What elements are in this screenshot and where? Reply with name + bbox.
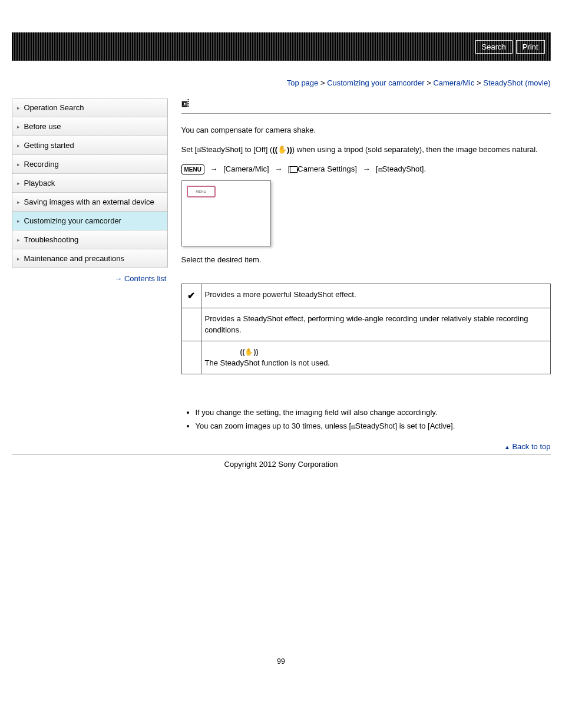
page-title: ⧈⁞ — [181, 98, 551, 114]
breadcrumb-top[interactable]: Top page — [287, 78, 319, 87]
steadyshot-off-icon-2: ((✋)) — [240, 347, 259, 357]
breadcrumb-customizing[interactable]: Customizing your camcorder — [327, 78, 424, 87]
sidebar-item-maintenance[interactable]: Maintenance and precautions — [12, 249, 167, 268]
breadcrumb: Top page > Customizing your camcorder > … — [12, 78, 551, 87]
header-bar: Search Print — [12, 32, 551, 61]
notes-list: If you change the setting, the imaging f… — [187, 407, 551, 432]
camera-icon — [290, 166, 297, 173]
options-table: ✔ Provides a more powerful SteadyShot ef… — [181, 284, 551, 374]
sidebar-item-customizing[interactable]: Customizing your camcorder — [12, 212, 167, 230]
print-button[interactable]: Print — [516, 40, 545, 54]
breadcrumb-current: SteadyShot (movie) — [483, 78, 550, 87]
menu-path: MENU → [Camera/Mic] → [Camera Settings] … — [181, 163, 551, 175]
table-row: ((✋)) The SteadyShot function is not use… — [181, 341, 550, 374]
note-1: If you change the setting, the imaging f… — [196, 407, 551, 419]
sidebar-item-getting-started[interactable]: Getting started — [12, 136, 167, 155]
main-content: ⧈⁞ You can compensate for camera shake. … — [181, 98, 551, 452]
option-off-desc: ((✋)) The SteadyShot function is not use… — [201, 341, 550, 374]
lcd-screenshot: MENU — [181, 180, 271, 246]
note-2: You can zoom images up to 30 times, unle… — [196, 420, 551, 432]
intro-text-1: You can compensate for camera shake. — [181, 124, 551, 136]
option-standard-desc: Provides a SteadyShot effect, performing… — [201, 308, 550, 341]
page-number: 99 — [12, 657, 551, 666]
arrow-icon: → — [114, 274, 122, 283]
contents-list-wrap: → Contents list — [12, 274, 167, 283]
sidebar: Operation Search Before use Getting star… — [12, 98, 168, 268]
sidebar-item-operation-search[interactable]: Operation Search — [12, 98, 167, 117]
search-button[interactable]: Search — [475, 40, 513, 54]
film-icon: ⧈⁞ — [181, 98, 189, 109]
back-to-top: ▲ Back to top — [181, 441, 551, 453]
breadcrumb-cameramic[interactable]: Camera/Mic — [433, 78, 474, 87]
sidebar-item-recording[interactable]: Recording — [12, 155, 167, 174]
option-active-desc: Provides a more powerful SteadyShot effe… — [201, 284, 550, 308]
table-row: ✔ Provides a more powerful SteadyShot ef… — [181, 284, 550, 308]
footer-separator — [12, 454, 551, 455]
steadyshot-off-icon: ((✋)) — [272, 144, 292, 156]
select-instruction: Select the desired item. — [181, 254, 551, 266]
lcd-menu-highlight: MENU — [187, 186, 216, 197]
film-icon-inline-2: ⧈⁞ — [378, 164, 382, 174]
up-triangle-icon: ▲ — [504, 444, 510, 450]
sidebar-item-saving-images[interactable]: Saving images with an external device — [12, 193, 167, 212]
intro-text-2: Set [⧈⁞SteadyShot] to [Off] (((✋))) when… — [181, 144, 551, 156]
copyright: Copyright 2012 Sony Corporation — [12, 460, 551, 469]
table-row: Provides a SteadyShot effect, performing… — [181, 308, 550, 341]
back-to-top-link[interactable]: Back to top — [512, 442, 550, 451]
contents-list-link[interactable]: Contents list — [124, 274, 167, 283]
sidebar-item-before-use[interactable]: Before use — [12, 117, 167, 136]
menu-button-icon: MENU — [181, 164, 204, 174]
sidebar-item-troubleshooting[interactable]: Troubleshooting — [12, 230, 167, 249]
checkmark-icon: ✔ — [187, 291, 195, 301]
sidebar-item-playback[interactable]: Playback — [12, 174, 167, 193]
